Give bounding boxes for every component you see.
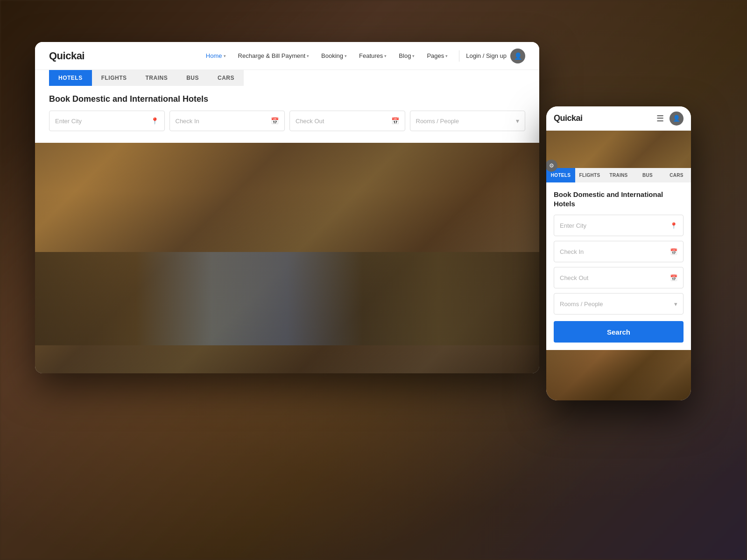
mobile-rooms-placeholder: Rooms / People <box>560 301 603 308</box>
mobile-checkout-placeholder: Check Out <box>560 274 588 281</box>
mobile-booking-panel: HOTELS FLIGHTS TRAINS BUS CARS Book Dome… <box>546 168 691 350</box>
tab-trains[interactable]: TRAINS <box>136 70 177 86</box>
nav-booking-label: Booking <box>321 52 343 59</box>
mobile-booking-title: Book Domestic and International Hotels <box>554 190 684 208</box>
nav-blog[interactable]: Blog ▾ <box>394 49 419 62</box>
checkin-placeholder: Check In <box>176 118 199 125</box>
mobile-booking-content: Book Domestic and International Hotels E… <box>546 182 691 350</box>
checkout-placeholder: Check Out <box>296 118 324 125</box>
nav-features-chevron: ▾ <box>384 54 387 58</box>
mobile-checkin-icon: 📅 <box>670 248 677 255</box>
mobile-bottom-city <box>546 350 691 400</box>
desktop-booking-panel: HOTELS FLIGHTS TRAINS BUS CARS Book Dome… <box>35 70 539 143</box>
desktop-hero: HOTELS FLIGHTS TRAINS BUS CARS Book Dome… <box>35 70 539 373</box>
gear-overlay: ⚙ <box>546 160 557 172</box>
checkin-calendar-icon: 📅 <box>271 117 279 125</box>
mobile-tab-trains[interactable]: TRAINS <box>604 168 633 182</box>
nav-pages-chevron: ▾ <box>445 54 448 58</box>
mobile-mockup: Quickai ☰ 👤 ⚙ HOTELS FLIGHTS TRAINS BUS … <box>546 106 691 400</box>
desktop-mockup: Quickai Home ▾ Recharge & Bill Payment ▾… <box>35 42 539 373</box>
rooms-chevron-icon: ▾ <box>516 117 519 125</box>
mobile-rooms-chevron: ▾ <box>674 301 677 308</box>
desktop-logo: Quickai <box>49 50 85 62</box>
mobile-tab-bus[interactable]: BUS <box>633 168 662 182</box>
booking-title: Book Domestic and International Hotels <box>49 94 525 104</box>
settings-gear-icon[interactable]: ⚙ <box>546 160 557 172</box>
nav-blog-label: Blog <box>399 52 411 59</box>
mobile-checkout-input[interactable]: Check Out 📅 <box>554 267 684 288</box>
nav-pages-label: Pages <box>427 52 444 59</box>
mobile-city-input[interactable]: Enter City 📍 <box>554 215 684 236</box>
mobile-checkin-placeholder: Check In <box>560 248 584 255</box>
mobile-avatar-icon: 👤 <box>673 115 680 122</box>
nav-booking[interactable]: Booking ▾ <box>317 49 352 62</box>
rooms-placeholder: Rooms / People <box>416 118 459 125</box>
desktop-navbar: Quickai Home ▾ Recharge & Bill Payment ▾… <box>35 42 539 70</box>
mobile-search-button[interactable]: Search <box>554 321 684 343</box>
mobile-booking-tabs: HOTELS FLIGHTS TRAINS BUS CARS <box>546 168 691 182</box>
nav-blog-chevron: ▾ <box>412 54 415 58</box>
nav-recharge-label: Recharge & Bill Payment <box>238 52 306 59</box>
city-placeholder: Enter City <box>55 118 82 125</box>
mobile-tab-flights[interactable]: FLIGHTS <box>575 168 604 182</box>
checkout-calendar-icon: 📅 <box>391 117 399 125</box>
tab-flights[interactable]: FLIGHTS <box>92 70 136 86</box>
hero-city-scene <box>35 187 539 373</box>
nav-home[interactable]: Home ▾ <box>201 49 231 62</box>
desktop-checkout-input[interactable]: Check Out 📅 <box>289 111 405 131</box>
location-icon: 📍 <box>151 117 159 125</box>
mobile-city-placeholder: Enter City <box>560 222 586 229</box>
nav-features[interactable]: Features ▾ <box>354 49 391 62</box>
nav-divider <box>459 50 459 62</box>
hamburger-icon[interactable]: ☰ <box>656 113 664 124</box>
nav-booking-chevron: ▾ <box>345 54 347 58</box>
login-label: Login / Sign up <box>466 52 507 59</box>
mobile-location-icon: 📍 <box>670 222 677 229</box>
desktop-nav-links: Home ▾ Recharge & Bill Payment ▾ Booking… <box>201 49 525 63</box>
mobile-hero: ⚙ HOTELS FLIGHTS TRAINS BUS CARS Book Do… <box>546 131 691 400</box>
tab-cars[interactable]: CARS <box>208 70 244 86</box>
user-avatar: 👤 <box>510 49 525 63</box>
mobile-logo: Quickai <box>554 113 656 123</box>
mobile-navbar: Quickai ☰ 👤 <box>546 106 691 131</box>
nav-recharge-chevron: ▾ <box>307 54 309 58</box>
nav-pages[interactable]: Pages ▾ <box>422 49 452 62</box>
mobile-user-avatar[interactable]: 👤 <box>669 112 684 126</box>
nav-home-label: Home <box>206 52 222 59</box>
desktop-booking-tabs: HOTELS FLIGHTS TRAINS BUS CARS <box>49 70 525 86</box>
mobile-checkin-input[interactable]: Check In 📅 <box>554 241 684 262</box>
mobile-checkout-icon: 📅 <box>670 274 677 281</box>
desktop-checkin-input[interactable]: Check In 📅 <box>169 111 285 131</box>
avatar-icon: 👤 <box>514 52 522 60</box>
nav-features-label: Features <box>359 52 383 59</box>
desktop-booking-form: Enter City 📍 Check In 📅 Check Out 📅 Room… <box>49 111 525 131</box>
desktop-city-input[interactable]: Enter City 📍 <box>49 111 165 131</box>
desktop-rooms-input[interactable]: Rooms / People ▾ <box>410 111 526 131</box>
login-button[interactable]: Login / Sign up 👤 <box>466 49 525 63</box>
nav-home-chevron: ▾ <box>224 54 226 58</box>
tab-hotels[interactable]: HOTELS <box>49 70 92 86</box>
nav-recharge[interactable]: Recharge & Bill Payment ▾ <box>233 49 314 62</box>
tab-bus[interactable]: BUS <box>177 70 208 86</box>
mobile-rooms-input[interactable]: Rooms / People ▾ <box>554 293 684 315</box>
mobile-tab-cars[interactable]: CARS <box>662 168 691 182</box>
